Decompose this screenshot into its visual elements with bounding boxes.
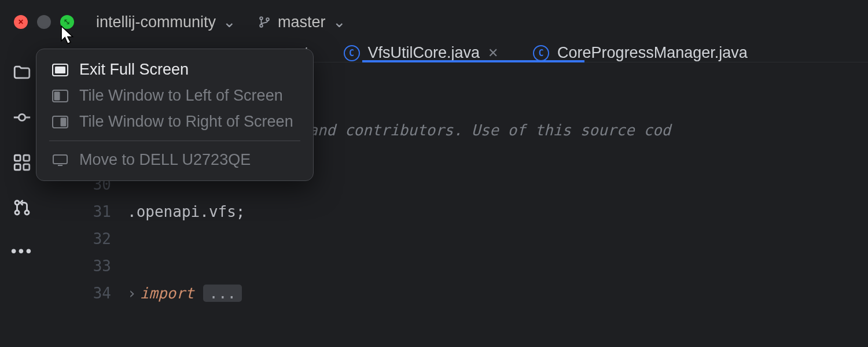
java-class-icon: C [533, 45, 549, 61]
menu-item-exit-fullscreen[interactable]: Exit Full Screen [36, 57, 313, 83]
menu-item-label: Exit Full Screen [79, 61, 189, 79]
menu-item-tile-right: Tile Window to Right of Screen [36, 109, 313, 135]
menu-item-label: Move to DELL U2723QE [79, 151, 251, 169]
chevron-down-icon: ⌄ [333, 13, 346, 31]
svg-point-8 [15, 201, 19, 205]
svg-point-2 [266, 18, 269, 21]
line-number: 31 [44, 198, 111, 226]
window-menu-popup: Exit Full Screen Tile Window to Left of … [36, 49, 314, 181]
line-number: 34 [44, 280, 111, 307]
svg-rect-16 [61, 117, 67, 126]
editor-tab[interactable]: C CoreProgressManager.java [533, 44, 748, 62]
menu-item-move-display: Move to DELL U2723QE [36, 147, 313, 173]
exit-fullscreen-icon [52, 63, 69, 77]
tab-label: VfsUtilCore.java [368, 44, 480, 62]
svg-point-10 [25, 211, 29, 215]
more-tools-icon[interactable]: ••• [11, 242, 33, 260]
svg-rect-7 [24, 164, 30, 170]
pull-requests-tool-icon[interactable] [11, 197, 33, 219]
branch-selector[interactable]: master ⌄ [258, 13, 346, 31]
project-selector[interactable]: intellij-community ⌄ [96, 13, 236, 31]
menu-item-label: Tile Window to Left of Screen [79, 87, 283, 105]
branch-name: master [278, 13, 326, 31]
project-tool-icon[interactable] [11, 61, 33, 83]
menu-item-label: Tile Window to Right of Screen [79, 113, 293, 131]
titlebar: intellij-community ⌄ master ⌄ [0, 0, 868, 44]
menu-separator [49, 141, 300, 141]
fold-arrow-icon[interactable]: › [127, 285, 140, 302]
commit-tool-icon[interactable] [11, 106, 33, 128]
tile-right-icon [52, 115, 69, 129]
svg-rect-14 [54, 91, 60, 100]
folded-region[interactable]: ... [203, 285, 242, 302]
line-number: 33 [44, 253, 111, 280]
svg-rect-5 [24, 155, 30, 161]
project-name: intellij-community [96, 13, 216, 31]
chevron-down-icon: ⌄ [223, 13, 236, 31]
menu-item-tile-left: Tile Window to Left of Screen [36, 83, 313, 109]
svg-point-0 [260, 17, 263, 20]
svg-rect-12 [55, 67, 65, 73]
svg-rect-4 [14, 155, 20, 161]
minimize-window-button[interactable] [37, 15, 51, 29]
svg-rect-6 [14, 164, 20, 170]
svg-rect-17 [53, 155, 67, 164]
close-window-button[interactable] [14, 15, 28, 29]
svg-point-1 [260, 24, 263, 27]
code-keyword: import [140, 285, 194, 302]
fullscreen-window-button[interactable] [60, 15, 74, 29]
svg-point-3 [19, 114, 25, 120]
tile-left-icon [52, 89, 69, 103]
editor-tab-active[interactable]: C VfsUtilCore.java ✕ [344, 44, 499, 62]
code-text: .openapi.vfs; [127, 203, 245, 220]
line-number: 32 [44, 226, 111, 253]
tab-label: CoreProgressManager.java [557, 44, 748, 62]
display-icon [52, 153, 69, 167]
structure-tool-icon[interactable] [11, 152, 33, 174]
active-tab-underline [362, 60, 584, 62]
close-tab-icon[interactable]: ✕ [488, 46, 498, 61]
branch-icon [258, 16, 271, 28]
java-class-icon: C [344, 45, 360, 61]
svg-point-9 [15, 211, 19, 215]
traffic-lights [14, 15, 74, 29]
